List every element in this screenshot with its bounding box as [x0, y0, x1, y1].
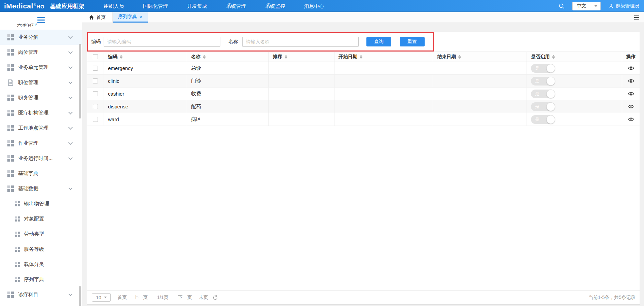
sidebar-item-base-dictionary[interactable]: 基础字典	[0, 166, 82, 181]
query-button[interactable]: 查询	[366, 37, 391, 46]
grid-icon	[15, 232, 20, 237]
sidebar-subitem-carrier-category[interactable]: 载体分类	[0, 257, 82, 272]
sidebar-item-clipped[interactable]: 关系管理	[0, 24, 82, 30]
sidebar-item-business-unit-mgmt[interactable]: 业务单元管理	[0, 60, 82, 75]
menu-item-system-mgmt[interactable]: 系统管理	[226, 3, 246, 9]
sort-icon[interactable]	[458, 55, 461, 59]
row-checkbox[interactable]	[93, 66, 98, 71]
pagination-bar: 10 首页 上一页 1/1页 下一页 末页 当前1-5条，共5条记录	[87, 290, 640, 304]
language-select[interactable]: 中文	[572, 2, 601, 10]
sidebar-subitem-output-mgmt[interactable]: 输出物管理	[0, 196, 82, 211]
main-panel: 编码 名称 查询 重置 编码	[87, 32, 640, 305]
sort-icon[interactable]	[203, 55, 206, 59]
menu-item-i18n[interactable]: 国际化管理	[143, 3, 168, 9]
cell-code: ward	[104, 113, 187, 126]
sort-icon[interactable]	[360, 55, 362, 59]
enabled-toggle[interactable]: 是	[531, 77, 555, 86]
sidebar-item-base-data[interactable]: 基础数据	[0, 181, 82, 196]
table-row[interactable]: clinic 门诊 是	[87, 75, 640, 88]
sidebar-subitem-labor-type[interactable]: 劳动类型	[0, 227, 82, 242]
prev-page-link[interactable]: 上一页	[134, 295, 148, 301]
tab-list-button[interactable]	[629, 12, 644, 23]
row-checkbox[interactable]	[93, 117, 98, 122]
table-header: 编码 名称 排序 开始日期	[87, 52, 640, 62]
first-page-link[interactable]: 首页	[117, 295, 127, 301]
sidebar-item-duty-mgmt[interactable]: 职务管理	[0, 90, 82, 105]
chevron-down-icon	[68, 65, 73, 69]
menu-item-message-center[interactable]: 消息中心	[304, 3, 324, 9]
menu-item-organization[interactable]: 组织人员	[104, 3, 124, 9]
enabled-toggle[interactable]: 是	[531, 64, 555, 73]
sidebar-collapse-button[interactable]	[0, 12, 82, 24]
enabled-toggle[interactable]: 是	[531, 90, 555, 98]
sidebar-item-business-decomposition[interactable]: 业务分解	[0, 30, 82, 45]
view-eye-icon[interactable]	[628, 66, 634, 70]
table-row[interactable]: emergency 急诊 是	[87, 62, 640, 75]
next-page-link[interactable]: 下一页	[178, 295, 192, 301]
sidebar-subitem-object-config[interactable]: 对象配置	[0, 211, 82, 227]
sidebar-item-diagnosis-subject[interactable]: 诊疗科目	[0, 287, 82, 302]
close-icon[interactable]: ×	[139, 14, 142, 20]
table-row[interactable]: cashier 收费 是	[87, 88, 640, 100]
tab-sequence-dictionary[interactable]: 序列字典 ×	[113, 12, 148, 23]
col-header-enabled[interactable]: 是否启用	[527, 52, 622, 62]
sort-icon[interactable]	[120, 55, 122, 59]
col-header-code[interactable]: 编码	[104, 52, 187, 62]
cell-start-date	[334, 100, 433, 113]
sidebar-scrollbar[interactable]	[79, 44, 81, 118]
sidebar-item-label: 岗位管理	[18, 49, 38, 56]
view-eye-icon[interactable]	[628, 104, 634, 109]
row-checkbox[interactable]	[93, 104, 98, 109]
document-icon	[7, 79, 14, 86]
tab-home[interactable]: 首页	[82, 12, 113, 23]
menu-item-dev-integration[interactable]: 开发集成	[187, 3, 207, 9]
content-area: 编码 名称 查询 重置 编码	[82, 23, 644, 306]
col-header-start-date[interactable]: 开始日期	[334, 52, 433, 62]
sidebar-subitem-service-level[interactable]: 服务等级	[0, 242, 82, 257]
row-checkbox[interactable]	[93, 91, 98, 96]
toggle-label: 是	[535, 102, 539, 111]
cell-end-date	[433, 100, 527, 113]
code-input[interactable]	[104, 37, 220, 47]
sidebar-item-post-mgmt[interactable]: 岗位管理	[0, 45, 82, 60]
sidebar-subitem-sequence-dictionary[interactable]: 序列字典	[0, 272, 82, 287]
menu-item-system-monitor[interactable]: 系统监控	[265, 3, 285, 9]
enabled-toggle[interactable]: 是	[531, 102, 555, 111]
select-all-checkbox[interactable]	[93, 54, 98, 59]
view-eye-icon[interactable]	[628, 79, 634, 83]
col-header-sort[interactable]: 排序	[269, 52, 334, 62]
sidebar-scrollbar-fragment[interactable]	[79, 286, 81, 306]
username-label: 超级管理员	[616, 3, 639, 9]
sidebar-item-work-location-mgmt[interactable]: 工作地点管理	[0, 121, 82, 136]
col-header-end-date[interactable]: 结束日期	[433, 52, 527, 62]
search-icon[interactable]	[559, 3, 565, 9]
sidebar-subitem-label: 劳动类型	[24, 231, 44, 237]
sidebar-item-business-runtime[interactable]: 业务运行时间...	[0, 151, 82, 166]
page-size-select[interactable]: 10	[92, 293, 111, 302]
refresh-icon[interactable]	[213, 295, 218, 300]
enabled-toggle[interactable]: 是	[531, 115, 555, 124]
toggle-label: 是	[535, 77, 539, 86]
table-row[interactable]: dispense 配药 是	[87, 100, 640, 113]
reset-button[interactable]: 重置	[400, 37, 425, 46]
col-header-name[interactable]: 名称	[187, 52, 269, 62]
grid-icon	[7, 140, 14, 146]
sort-icon[interactable]	[552, 55, 555, 59]
name-label: 名称	[228, 39, 238, 45]
sidebar-item-job-mgmt[interactable]: 作业管理	[0, 136, 82, 151]
cell-start-date	[334, 88, 433, 100]
last-page-link[interactable]: 末页	[199, 295, 208, 301]
sidebar-item-clipped-label: 关系管理	[17, 24, 82, 28]
sidebar-item-label: 作业管理	[18, 140, 38, 146]
sidebar-item-position-mgmt[interactable]: 职位管理	[0, 75, 82, 90]
view-eye-icon[interactable]	[628, 92, 634, 96]
sort-icon[interactable]	[285, 55, 287, 59]
user-menu[interactable]: 超级管理员	[608, 3, 639, 9]
view-eye-icon[interactable]	[628, 117, 634, 122]
table-row[interactable]: ward 病区 是	[87, 113, 640, 126]
sidebar-item-medical-org-mgmt[interactable]: 医疗机构管理	[0, 105, 82, 121]
cell-name: 配药	[187, 100, 269, 113]
row-checkbox[interactable]	[93, 78, 98, 83]
grid-icon	[7, 155, 14, 162]
name-input[interactable]	[242, 37, 359, 47]
